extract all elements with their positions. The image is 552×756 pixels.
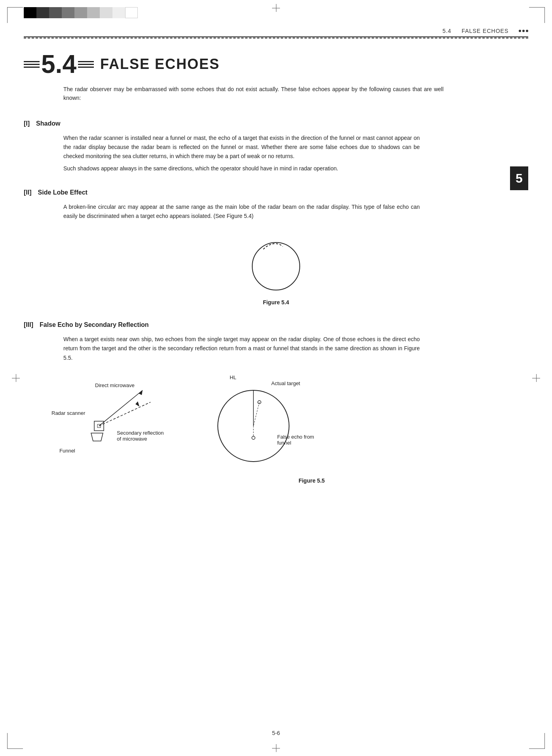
crosshair-bottom bbox=[272, 744, 280, 752]
label-false-echo: False echo from funnel bbox=[277, 434, 325, 446]
section-II-label: [II] bbox=[24, 189, 32, 196]
page-number: 5-6 bbox=[272, 730, 280, 736]
label-funnel: Funnel bbox=[59, 448, 75, 454]
section-II-heading: Side Lobe Effect bbox=[38, 189, 88, 196]
label-hl: HL bbox=[230, 374, 236, 380]
figure-55-left: Direct microwave Radar scanner Secondary… bbox=[48, 370, 174, 473]
chapter-heading: 5.4 FALSE ECHOES bbox=[24, 52, 528, 77]
label-secondary-reflection: Secondary reflectionof microwave bbox=[117, 430, 164, 442]
crosshair-right bbox=[532, 374, 540, 382]
section-II-body: A broken-line circular arc may appear at… bbox=[63, 202, 420, 221]
section-side-lobe: [II] Side Lobe Effect A broken-line circ… bbox=[24, 181, 528, 305]
chapter-number-block: 5.4 bbox=[24, 52, 94, 77]
figure-55-caption: Figure 5.5 bbox=[95, 477, 528, 484]
figure-55-container: Direct microwave Radar scanner Secondary… bbox=[48, 370, 528, 473]
crosshair-top bbox=[272, 4, 280, 12]
chapter-lines-right bbox=[78, 61, 94, 68]
section-I-label: [I] bbox=[24, 120, 30, 127]
section-I-heading: Shadow bbox=[36, 120, 60, 127]
section-III-body: When a target exists near own ship, two … bbox=[63, 335, 420, 362]
corner-mark-tr bbox=[529, 7, 545, 23]
chapter-number: 5.4 bbox=[41, 52, 76, 77]
intro-text: The radar observer may be embarrassed wi… bbox=[63, 85, 444, 103]
svg-marker-7 bbox=[135, 401, 139, 407]
page-header: 5.4 FALSE ECHOES bbox=[24, 28, 528, 37]
crosshair-left bbox=[12, 374, 20, 382]
svg-line-1 bbox=[99, 390, 143, 426]
section-I-body: When the radar scanner is installed near… bbox=[63, 134, 420, 173]
label-radar-scanner: Radar scanner bbox=[51, 410, 85, 416]
svg-line-13 bbox=[253, 402, 259, 426]
figure-55-right: HL Actual target False echo from funnel bbox=[198, 370, 325, 473]
chapter-title: FALSE ECHOES bbox=[100, 56, 220, 73]
figure-54-container: Figure 5.4 bbox=[24, 233, 528, 305]
header-dots bbox=[519, 30, 528, 32]
corner-mark-br bbox=[529, 733, 545, 749]
corner-mark-bl bbox=[7, 733, 23, 749]
dashed-separator bbox=[24, 38, 528, 38]
svg-point-0 bbox=[252, 242, 300, 290]
chapter-lines-left bbox=[24, 61, 40, 68]
section-III-label: [III] bbox=[24, 321, 33, 328]
svg-point-11 bbox=[252, 436, 255, 439]
corner-mark-tl bbox=[7, 7, 23, 23]
figure-54-caption: Figure 5.4 bbox=[263, 299, 289, 305]
label-direct-microwave: Direct microwave bbox=[95, 382, 135, 388]
section-false-echo: [III] False Echo by Secondary Reflection… bbox=[24, 313, 528, 483]
svg-marker-6 bbox=[91, 433, 103, 441]
figure-55-right-svg bbox=[198, 370, 325, 473]
label-actual-target: Actual target bbox=[271, 380, 300, 386]
section-III-heading: False Echo by Secondary Reflection bbox=[40, 321, 149, 328]
section-shadow: [I] Shadow When the radar scanner is ins… bbox=[24, 112, 528, 173]
header-title: 5.4 FALSE ECHOES bbox=[442, 28, 528, 34]
figure-54-svg bbox=[244, 233, 308, 296]
main-content: 5.4 FALSE ECHOES The radar observer may … bbox=[24, 40, 528, 492]
svg-line-3 bbox=[99, 402, 150, 426]
color-bar bbox=[24, 7, 138, 18]
